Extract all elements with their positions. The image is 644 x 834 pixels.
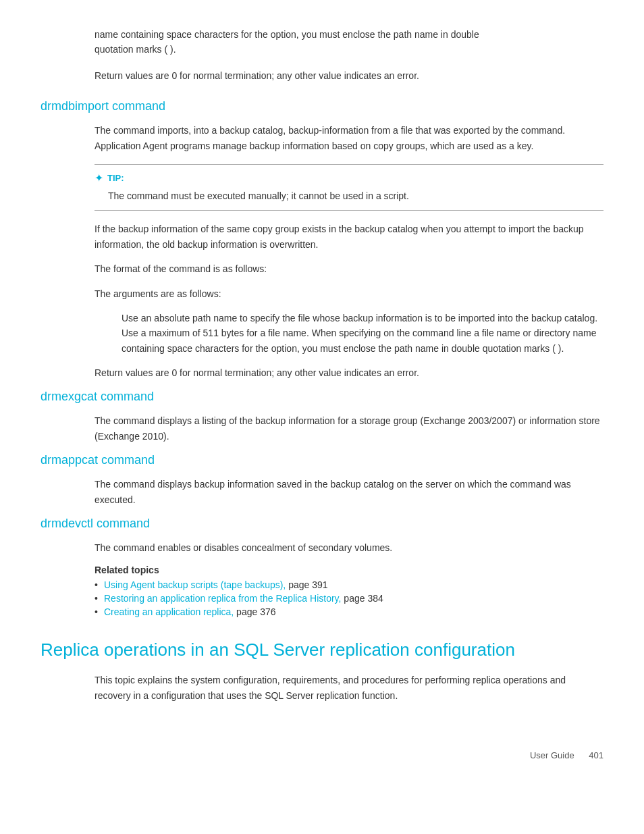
drmdbimport-paragraph-3: The format of the command is as follows:: [95, 261, 603, 276]
drmdbimport-paragraph-4: The arguments are as follows:: [95, 286, 603, 301]
drmappcat-body: The command displays backup information …: [41, 477, 603, 507]
drmexgcat-heading: drmexgcat command: [41, 390, 603, 404]
list-item: Creating an application replica, page 37…: [95, 606, 603, 617]
list-item: Using Agent backup scripts (tape backups…: [95, 579, 603, 590]
drmdbimport-paragraph-2: If the backup information of the same co…: [95, 221, 603, 252]
footer-label: User Guide: [530, 750, 574, 760]
drmdbimport-body: The command imports, into a backup catal…: [41, 123, 603, 380]
page-footer: User Guide 401: [41, 744, 603, 760]
drmdevctl-paragraph-1: The command enables or disables concealm…: [95, 540, 603, 555]
major-section-heading: Replica operations in an SQL Server repl…: [41, 639, 603, 662]
page-content: name containing space characters for the…: [41, 27, 603, 760]
list-item: Restoring an application replica from th…: [95, 593, 603, 604]
tip-icon: ✦: [95, 172, 103, 184]
drmdevctl-heading: drmdevctl command: [41, 517, 603, 531]
drmappcat-heading: drmappcat command: [41, 453, 603, 467]
related-topics: Related topics Using Agent backup script…: [95, 565, 603, 617]
intro-text-2: quotation marks ( ).: [95, 44, 176, 55]
drmexgcat-paragraph-1: The command displays a listing of the ba…: [95, 413, 603, 444]
tip-content: The command must be executed manually; i…: [95, 188, 603, 203]
drmdbimport-return-values: Return values are 0 for normal terminati…: [95, 365, 603, 380]
related-topics-title: Related topics: [95, 565, 603, 575]
drmdevctl-body: The command enables or disables concealm…: [41, 540, 603, 617]
major-section-paragraph: This topic explains the system configura…: [95, 673, 603, 703]
intro-text: name containing space characters for the…: [95, 29, 479, 40]
related-link-2[interactable]: Restoring an application replica from th…: [104, 593, 341, 604]
page-number: 401: [589, 750, 603, 760]
drmdbimport-paragraph-1: The command imports, into a backup catal…: [95, 123, 603, 153]
drmdbimport-heading: drmdbimport command: [41, 99, 603, 113]
intro-paragraph: name containing space characters for the…: [41, 27, 603, 57]
intro-return-values: Return values are 0 for normal terminati…: [41, 68, 603, 83]
related-link-1[interactable]: Using Agent backup scripts (tape backups…: [104, 579, 286, 590]
related-topics-list: Using Agent backup scripts (tape backups…: [95, 579, 603, 617]
drmappcat-paragraph-1: The command displays backup information …: [95, 477, 603, 507]
related-link-1-suffix: page 391: [286, 579, 327, 590]
drmdbimport-indent-block: Use an absolute path name to specify the…: [95, 311, 603, 356]
related-link-3[interactable]: Creating an application replica,: [104, 606, 234, 617]
major-section-body: This topic explains the system configura…: [41, 673, 603, 703]
related-link-3-suffix: page 376: [234, 606, 275, 617]
tip-header: ✦ TIP:: [95, 172, 603, 184]
related-link-2-suffix: page 384: [341, 593, 383, 604]
tip-box: ✦ TIP: The command must be executed manu…: [95, 164, 603, 211]
drmexgcat-body: The command displays a listing of the ba…: [41, 413, 603, 444]
